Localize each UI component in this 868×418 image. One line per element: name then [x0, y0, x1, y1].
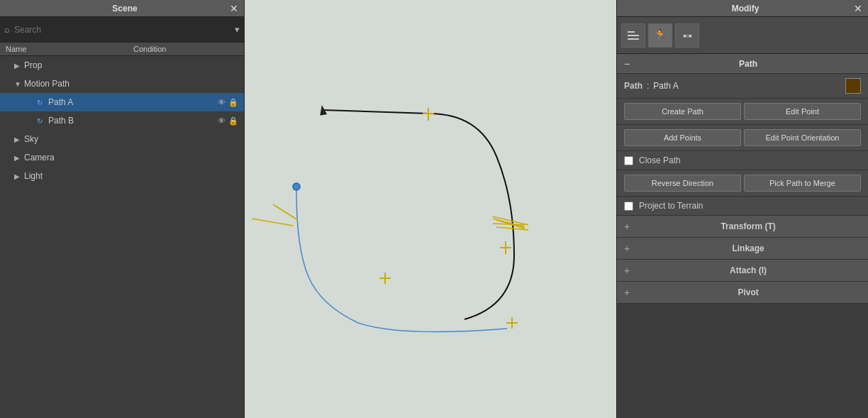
path-field-value: Path A — [653, 81, 841, 91]
tree-item-path-a[interactable]: ↻ Path A 👁 🔒 — [0, 93, 244, 111]
pivot-header[interactable]: + Pivot — [617, 282, 868, 303]
path-a-lock-icon[interactable]: 🔒 — [228, 98, 238, 107]
modify-panel: Modify ✕ 🏃 ▪▫▪ − Path Path : Path A — [616, 0, 868, 418]
path-color-swatch[interactable] — [845, 78, 861, 94]
sliders-icon — [628, 31, 639, 40]
camera-arrow-icon: ▶ — [14, 154, 21, 162]
attach-plus-icon: + — [624, 265, 630, 276]
path-section-header: − Path — [617, 54, 868, 74]
project-to-terrain-checkbox[interactable] — [624, 202, 633, 211]
transform-section: + Transform (T) — [617, 216, 868, 238]
modify-close-button[interactable]: ✕ — [854, 4, 862, 13]
path-b-lock-icon[interactable]: 🔒 — [228, 116, 238, 126]
tree-item-motion-path[interactable]: ▼ Motion Path — [0, 75, 244, 93]
path-row: Path : Path A — [617, 74, 868, 99]
scene-close-button[interactable]: ✕ — [230, 4, 238, 13]
edit-point-orientation-button[interactable]: Edit Point Orientation — [744, 129, 861, 146]
svg-line-15 — [252, 219, 293, 226]
add-edit-orient-buttons: Add Points Edit Point Orientation — [617, 125, 868, 151]
path-b-type-icon: ↻ — [37, 117, 43, 125]
modify-panel-header: Modify ✕ — [617, 0, 868, 17]
modify-content: − Path Path : Path A Create Path Edit Po… — [617, 54, 868, 418]
search-icon: ⌕ — [4, 24, 10, 35]
tree-header-name: Name — [6, 45, 133, 53]
tree-item-light[interactable]: ▶ Light — [0, 167, 244, 185]
checker-icon: ▪▫▪ — [683, 30, 691, 41]
run-icon: 🏃 — [653, 28, 667, 42]
close-path-label: Close Path — [639, 155, 681, 165]
transform-plus-icon: + — [624, 221, 630, 232]
attach-section: + Attach (I) — [617, 260, 868, 282]
tree-item-camera[interactable]: ▶ Camera — [0, 148, 244, 167]
attach-header[interactable]: + Attach (I) — [617, 260, 868, 281]
scene-panel-title: Scene — [20, 4, 230, 13]
attach-title: Attach (I) — [635, 265, 861, 275]
path-section-minus-icon[interactable]: − — [624, 58, 630, 70]
pivot-title: Pivot — [635, 287, 861, 297]
transform-header[interactable]: + Transform (T) — [617, 216, 868, 237]
modify-panel-title: Modify — [637, 4, 854, 13]
modify-toolbar: 🏃 ▪▫▪ — [617, 17, 868, 54]
scene-tree: ▶ Prop ▼ Motion Path ↻ Path A 👁 🔒 ↻ Path… — [0, 56, 244, 418]
create-path-button[interactable]: Create Path — [624, 103, 741, 120]
toolbar-run-button[interactable]: 🏃 — [648, 23, 672, 48]
close-path-checkbox[interactable] — [624, 156, 633, 165]
transform-title: Transform (T) — [635, 221, 861, 231]
path-a-eye-icon[interactable]: 👁 — [218, 98, 226, 107]
scene-panel-header: Scene ✕ — [0, 0, 244, 17]
linkage-header[interactable]: + Linkage — [617, 238, 868, 259]
project-to-terrain-label: Project to Terrain — [639, 201, 703, 211]
reverse-merge-buttons: Reverse Direction Pick Path to Merge — [617, 170, 868, 197]
tree-item-prop[interactable]: ▶ Prop — [0, 56, 244, 75]
tree-item-path-b[interactable]: ↻ Path B 👁 🔒 — [0, 111, 244, 130]
search-input[interactable] — [14, 25, 235, 35]
path-b-eye-icon[interactable]: 👁 — [218, 116, 226, 126]
light-arrow-icon: ▶ — [14, 172, 21, 180]
create-edit-buttons: Create Path Edit Point — [617, 99, 868, 125]
viewport[interactable] — [245, 0, 616, 418]
search-dropdown-icon[interactable]: ▾ — [235, 24, 240, 35]
add-points-button[interactable]: Add Points — [624, 129, 741, 146]
svg-line-9 — [273, 204, 298, 220]
tree-item-sky[interactable]: ▶ Sky — [0, 130, 244, 148]
tree-header-condition: Condition — [133, 45, 166, 53]
tree-header: Name Condition — [0, 43, 244, 56]
close-path-row: Close Path — [617, 151, 868, 170]
scene-panel: Scene ✕ ⌕ ▾ Name Condition ▶ Prop ▼ Moti… — [0, 0, 245, 418]
motion-path-arrow-icon: ▼ — [14, 80, 21, 88]
linkage-section: + Linkage — [617, 238, 868, 260]
linkage-plus-icon: + — [624, 243, 630, 254]
path-section-title: Path — [635, 59, 861, 69]
pick-path-to-merge-button[interactable]: Pick Path to Merge — [744, 175, 861, 192]
pivot-plus-icon: + — [624, 287, 630, 298]
svg-point-8 — [293, 183, 300, 190]
path-field-label: Path — [624, 81, 642, 91]
linkage-title: Linkage — [635, 243, 861, 253]
reverse-direction-button[interactable]: Reverse Direction — [624, 175, 741, 192]
prop-arrow-icon: ▶ — [14, 62, 21, 70]
toolbar-sliders-button[interactable] — [621, 23, 645, 48]
project-to-terrain-row: Project to Terrain — [617, 197, 868, 216]
path-a-type-icon: ↻ — [37, 99, 43, 106]
toolbar-checker-button[interactable]: ▪▫▪ — [675, 23, 699, 48]
scene-search-bar: ⌕ ▾ — [0, 17, 244, 43]
edit-point-button[interactable]: Edit Point — [744, 103, 861, 120]
svg-line-10 — [493, 224, 525, 225]
pivot-section: + Pivot — [617, 282, 868, 304]
sky-arrow-icon: ▶ — [14, 136, 21, 143]
